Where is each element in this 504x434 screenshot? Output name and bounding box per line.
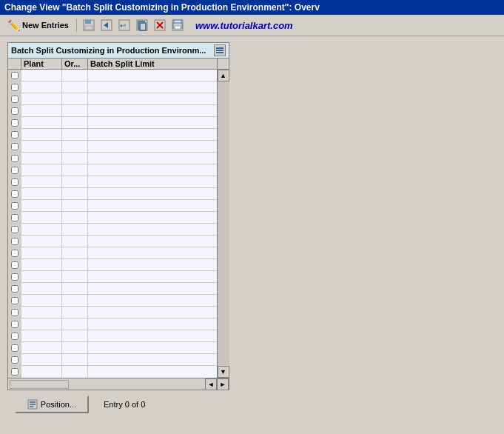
table-row <box>8 271 217 283</box>
row-checkbox[interactable] <box>11 84 19 91</box>
header-or: Or... <box>62 59 88 69</box>
row-checkbox[interactable] <box>11 309 19 316</box>
save-button[interactable] <box>81 19 96 32</box>
horizontal-scrollbar-area: ◄ ► <box>8 378 229 390</box>
watermark: www.tutorialkart.com <box>195 20 293 31</box>
table-title-text: Batch Split Customizing in Production En… <box>11 46 206 55</box>
bottom-bar: Position... Entry 0 of 0 <box>0 390 504 419</box>
row-checkbox[interactable] <box>11 96 19 103</box>
svg-rect-19 <box>216 52 224 53</box>
table-row <box>8 342 217 354</box>
title-bar: Change View "Batch Split Customizing in … <box>0 0 504 15</box>
header-batch-split: Batch Split Limit <box>88 59 217 69</box>
row-checkbox[interactable] <box>11 155 19 162</box>
print-button[interactable] <box>170 19 185 32</box>
column-settings-icon[interactable] <box>214 44 226 56</box>
row-checkbox[interactable] <box>11 261 19 269</box>
row-checkbox[interactable] <box>11 119 19 127</box>
svg-text:↩: ↩ <box>120 21 126 30</box>
table-row <box>8 318 217 330</box>
table-row <box>8 117 217 129</box>
table-row <box>8 176 217 188</box>
table-row <box>8 236 217 247</box>
table-row <box>8 307 217 318</box>
entry-count: Entry 0 of 0 <box>104 400 145 409</box>
row-checkbox[interactable] <box>11 321 19 328</box>
row-checkbox[interactable] <box>11 226 19 233</box>
title-text: Change View "Batch Split Customizing in … <box>4 2 320 13</box>
row-checkbox[interactable] <box>11 143 19 150</box>
table-row <box>8 141 217 153</box>
table-row <box>8 247 217 259</box>
table-row <box>8 164 217 176</box>
table-container: Batch Split Customizing in Production En… <box>7 42 229 390</box>
table-row <box>8 283 217 295</box>
table-row <box>8 105 217 117</box>
table-row <box>8 295 217 307</box>
table-row <box>8 129 217 141</box>
table-row <box>8 93 217 105</box>
row-checkbox[interactable] <box>11 178 19 186</box>
row-checkbox[interactable] <box>11 72 19 79</box>
table-header: Plant Or... Batch Split Limit <box>8 59 229 70</box>
row-checkbox[interactable] <box>11 202 19 210</box>
row-checkbox[interactable] <box>11 190 19 198</box>
copy-button[interactable] <box>135 19 149 32</box>
table-row <box>8 200 217 212</box>
new-entries-button[interactable]: ✏️ New Entries <box>4 18 72 33</box>
table-row <box>8 259 217 271</box>
scroll-down-button[interactable]: ▼ <box>218 366 229 378</box>
table-row <box>8 70 217 81</box>
table-row <box>8 81 217 93</box>
table-row <box>8 330 217 342</box>
position-button[interactable]: Position... <box>15 395 89 413</box>
position-icon <box>27 399 38 410</box>
row-checkbox[interactable] <box>11 297 19 304</box>
table-outer: Batch Split Customizing in Production En… <box>7 42 229 390</box>
svg-rect-18 <box>216 50 224 51</box>
table-title-row: Batch Split Customizing in Production En… <box>8 43 229 59</box>
position-label: Position... <box>41 400 76 409</box>
row-checkbox[interactable] <box>11 250 19 257</box>
table-row <box>8 354 217 366</box>
row-checkbox[interactable] <box>11 131 19 138</box>
hscroll-content <box>8 380 205 389</box>
row-checkbox[interactable] <box>11 107 19 115</box>
header-plant: Plant <box>21 59 62 69</box>
scroll-right-button[interactable]: ► <box>217 378 229 390</box>
svg-rect-1 <box>85 20 91 24</box>
svg-rect-9 <box>140 23 146 30</box>
row-checkbox[interactable] <box>11 344 19 352</box>
main-content: Batch Split Customizing in Production En… <box>0 36 504 396</box>
toolbar-separator-1 <box>76 19 77 32</box>
delete-button[interactable] <box>152 19 167 32</box>
row-checkbox[interactable] <box>11 273 19 281</box>
new-entries-icon: ✏️ <box>7 19 20 31</box>
table-row <box>8 188 217 200</box>
svg-rect-2 <box>85 26 93 30</box>
row-checkbox[interactable] <box>11 356 19 364</box>
table-data-rows <box>8 70 217 378</box>
header-checkbox-col <box>8 59 21 69</box>
vertical-scrollbar[interactable]: ▲ ▼ <box>217 70 229 378</box>
row-checkbox[interactable] <box>11 167 19 174</box>
toolbar: ✏️ New Entries ↩ <box>0 15 504 36</box>
row-checkbox[interactable] <box>11 368 19 375</box>
row-checkbox[interactable] <box>11 238 19 245</box>
table-row <box>8 153 217 164</box>
row-checkbox[interactable] <box>11 214 19 221</box>
row-checkbox[interactable] <box>11 285 19 293</box>
scroll-left-button[interactable]: ◄ <box>205 378 217 390</box>
undo-button[interactable]: ↩ <box>117 19 132 32</box>
table-row <box>8 224 217 236</box>
svg-rect-17 <box>216 47 224 49</box>
svg-rect-16 <box>175 26 181 29</box>
back-button[interactable] <box>99 19 114 32</box>
new-entries-label: New Entries <box>22 21 69 30</box>
row-checkbox[interactable] <box>11 333 19 340</box>
scroll-up-button[interactable]: ▲ <box>218 70 229 81</box>
scroll-track-vertical[interactable] <box>218 81 229 366</box>
hscroll-thumb-track[interactable] <box>10 380 69 389</box>
table-body-area: ▲ ▼ <box>8 70 229 378</box>
table-row <box>8 366 217 378</box>
